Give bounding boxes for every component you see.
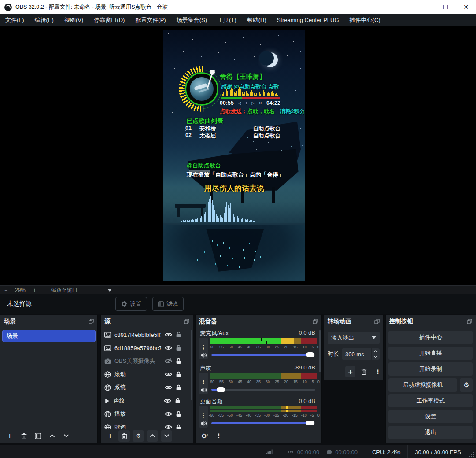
scene-item-selected[interactable]: 场景 bbox=[2, 330, 96, 342]
duration-input[interactable]: 300 ms bbox=[342, 348, 371, 360]
sources-scrollbar[interactable] bbox=[191, 330, 192, 400]
scene-preview[interactable]: 舍得【王唯旖】 感谢 @自助点歌台 点歌 00:55 ◁ ‖ ▷ ✕ 04:22… bbox=[163, 30, 305, 281]
menu-scene-collection[interactable]: 场景集合(S) bbox=[171, 14, 212, 26]
unlocked-icon[interactable] bbox=[176, 332, 181, 338]
source-row[interactable]: 6d18859a5796bc75 bbox=[101, 341, 193, 355]
visible-eye-icon[interactable] bbox=[164, 398, 171, 403]
visible-eye-icon[interactable] bbox=[165, 345, 172, 351]
sources-dock-header[interactable]: 源 bbox=[101, 315, 193, 328]
source-properties-button[interactable]: ⚙ bbox=[133, 430, 144, 442]
menu-file[interactable]: 文件(F) bbox=[0, 14, 30, 26]
fit-to-window-label[interactable]: 缩放至窗口 bbox=[51, 287, 77, 294]
popout-icon[interactable] bbox=[374, 319, 380, 324]
spin-down-icon[interactable] bbox=[372, 354, 380, 360]
transitions-toolbar: + ⋮ bbox=[324, 366, 383, 377]
volume-slider[interactable] bbox=[211, 389, 315, 391]
blue-spectrum bbox=[181, 195, 281, 222]
source-row[interactable]: 系统 bbox=[101, 381, 193, 394]
menu-plugin-center[interactable]: 插件中心(C) bbox=[344, 14, 386, 26]
add-scene-button[interactable]: + bbox=[4, 430, 15, 442]
remove-transition-button[interactable] bbox=[359, 366, 369, 377]
zoom-level: 29% bbox=[12, 287, 29, 293]
resize-grip[interactable] bbox=[468, 451, 474, 457]
source-down-button[interactable] bbox=[161, 430, 172, 442]
scene-up-button[interactable] bbox=[46, 430, 58, 442]
menu-tools[interactable]: 工具(T) bbox=[212, 14, 242, 26]
scene-down-button[interactable] bbox=[60, 430, 72, 442]
filters-button[interactable]: 滤镜 bbox=[152, 297, 184, 311]
mute-button[interactable] bbox=[199, 419, 208, 428]
time-current: 00:55 bbox=[220, 100, 234, 106]
menu-profile[interactable]: 配置文件(P) bbox=[130, 14, 171, 26]
preview-canvas[interactable]: 舍得【王唯旖】 感谢 @自助点歌台 点歌 00:55 ◁ ‖ ▷ ✕ 04:22… bbox=[0, 26, 476, 285]
advanced-audio-button[interactable]: ⚙° bbox=[199, 430, 210, 442]
properties-button[interactable]: 设置 bbox=[115, 297, 147, 311]
plugin-center-button[interactable]: 插件中心 bbox=[388, 331, 473, 344]
source-row[interactable]: OBS美颜摄像头 bbox=[101, 355, 193, 368]
mixer-dock-header[interactable]: 混音器 bbox=[196, 315, 321, 328]
volume-slider-handle[interactable] bbox=[217, 387, 225, 392]
source-row[interactable]: c8917f4ebbfbfe5ff3 bbox=[101, 328, 193, 341]
transition-select[interactable]: 淡入淡出 bbox=[328, 332, 380, 344]
transitions-dock-header[interactable]: 转场动画 bbox=[324, 315, 383, 328]
locked-icon[interactable] bbox=[176, 371, 181, 377]
transition-menu-button[interactable]: ⋮ bbox=[373, 366, 383, 377]
scenes-list[interactable]: 场景 bbox=[0, 328, 97, 429]
source-row[interactable]: 播放 bbox=[101, 407, 193, 421]
menu-help[interactable]: 帮助(H) bbox=[242, 14, 272, 26]
volume-slider-handle[interactable] bbox=[306, 421, 314, 425]
popout-icon[interactable] bbox=[184, 319, 189, 324]
visible-eye-icon[interactable] bbox=[165, 385, 172, 390]
add-transition-button[interactable]: + bbox=[345, 366, 355, 377]
menu-streaming-center[interactable]: Streaming Center PLUG bbox=[272, 14, 344, 26]
exit-button[interactable]: 退出 bbox=[388, 426, 473, 439]
start-recording-button[interactable]: 开始录制 bbox=[388, 362, 473, 376]
volume-slider-handle[interactable] bbox=[306, 352, 314, 357]
remove-scene-button[interactable] bbox=[18, 430, 30, 442]
locked-icon[interactable] bbox=[176, 411, 181, 417]
source-up-button[interactable] bbox=[147, 430, 158, 442]
locked-icon[interactable] bbox=[176, 384, 181, 391]
minimize-button[interactable]: ─ bbox=[415, 0, 435, 14]
popout-icon[interactable] bbox=[467, 319, 472, 324]
zoom-in-button[interactable]: + bbox=[29, 287, 41, 293]
mute-button[interactable] bbox=[199, 385, 208, 394]
scenes-dock-header[interactable]: 场景 bbox=[0, 315, 97, 328]
add-source-button[interactable]: + bbox=[104, 430, 116, 442]
start-streaming-button[interactable]: 开始直播 bbox=[388, 347, 473, 360]
volume-slider[interactable] bbox=[211, 354, 315, 356]
popout-icon[interactable] bbox=[313, 319, 318, 324]
duration-spinner[interactable] bbox=[371, 348, 380, 360]
spin-up-icon[interactable] bbox=[372, 348, 380, 354]
start-virtual-camera-button[interactable]: 启动虚拟摄像机 bbox=[388, 378, 457, 392]
volume-slider[interactable] bbox=[211, 422, 315, 424]
mute-button[interactable] bbox=[199, 351, 208, 359]
virtual-camera-config-button[interactable]: ⚙ bbox=[460, 378, 473, 392]
close-button[interactable]: ✕ bbox=[456, 0, 476, 14]
mixer-scrollbar[interactable] bbox=[319, 330, 321, 372]
locked-icon[interactable] bbox=[175, 398, 181, 404]
hidden-eye-icon[interactable] bbox=[165, 358, 172, 364]
source-row[interactable]: 滚动 bbox=[101, 368, 193, 381]
zoom-out-button[interactable]: − bbox=[0, 287, 12, 293]
sources-list[interactable]: c8917f4ebbfbfe5ff3 6d18859a5796bc75 OBS美… bbox=[101, 328, 193, 429]
filter-icon bbox=[158, 301, 164, 307]
source-row[interactable]: 声纹 bbox=[101, 394, 193, 407]
mixer-menu-button[interactable]: ⋮ bbox=[213, 430, 225, 442]
scene-filters-button[interactable] bbox=[32, 430, 44, 442]
studio-mode-button[interactable]: 工作室模式 bbox=[388, 394, 473, 407]
settings-button[interactable]: 设置 bbox=[388, 410, 473, 423]
locked-icon[interactable] bbox=[176, 358, 181, 364]
remove-source-button[interactable] bbox=[118, 430, 130, 442]
fit-dropdown-caret[interactable] bbox=[107, 289, 112, 292]
visible-eye-icon[interactable] bbox=[165, 372, 172, 377]
menu-docks[interactable]: 停靠窗口(D) bbox=[89, 14, 130, 26]
controls-dock-header[interactable]: 控制按钮 bbox=[386, 315, 476, 328]
visible-eye-icon[interactable] bbox=[165, 411, 172, 417]
menu-view[interactable]: 视图(V) bbox=[59, 14, 89, 26]
maximize-button[interactable]: ☐ bbox=[435, 0, 456, 14]
visible-eye-icon[interactable] bbox=[165, 332, 172, 337]
unlocked-icon[interactable] bbox=[176, 345, 181, 351]
menu-edit[interactable]: 编辑(E) bbox=[30, 14, 59, 26]
popout-icon[interactable] bbox=[89, 319, 94, 324]
